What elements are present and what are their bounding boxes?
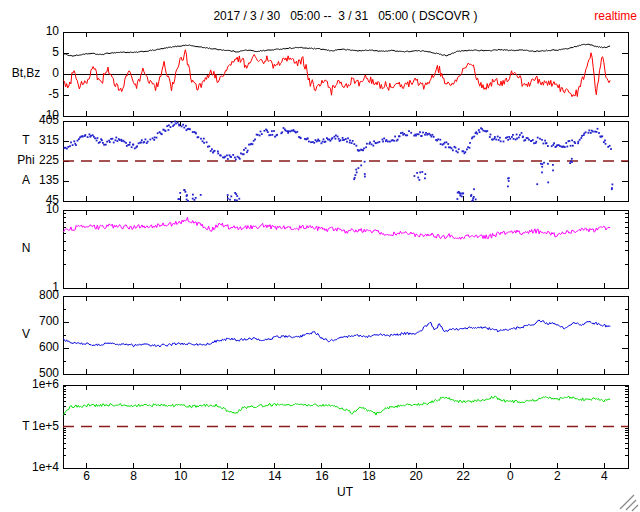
x-tick-label: 20 [403, 470, 429, 483]
x-tick-label: 22 [450, 470, 476, 483]
x-tick-label: 0 [497, 470, 523, 483]
panel-border [63, 296, 628, 374]
x-axis-label: UT [295, 486, 395, 499]
solar-wind-plot [0, 0, 640, 512]
y-tick-label: 405 [19, 114, 59, 127]
x-tick-label: 2 [544, 470, 570, 483]
panel-border [63, 210, 628, 288]
x-tick-label: 16 [309, 470, 335, 483]
panel-label-t: T [0, 420, 52, 433]
panel-label-t: T [0, 134, 52, 147]
bt-series [64, 44, 611, 56]
panel-label-v: V [0, 328, 52, 341]
y-tick-label: 1e+4 [19, 461, 59, 474]
x-tick-label: 6 [74, 470, 100, 483]
y-tick-label: 1e+6 [19, 378, 59, 391]
bz-series [64, 50, 611, 97]
x-tick-label: 12 [215, 470, 241, 483]
panel-border [63, 121, 628, 201]
y-tick-label: 10 [19, 203, 59, 216]
panel-label-phi: Phi [0, 154, 52, 167]
n-series [64, 217, 611, 239]
v-series [64, 320, 611, 347]
x-tick-label: 18 [356, 470, 382, 483]
y-tick-label: -5 [19, 88, 59, 101]
x-tick-label: 14 [262, 470, 288, 483]
y-tick-label: 600 [19, 341, 59, 354]
t-series [64, 396, 611, 415]
x-tick-label: 4 [591, 470, 617, 483]
panel-label-n: N [0, 242, 52, 255]
solar-wind-monitor-window: 2017 / 3 / 30 05:00 -- 3 / 31 05:00 ( DS… [0, 0, 640, 512]
x-tick-label: 10 [168, 470, 194, 483]
x-tick-label: 8 [121, 470, 147, 483]
panel-label-btbz: Bt,Bz [0, 67, 52, 80]
y-tick-label: 5 [19, 46, 59, 59]
panel-label-a: A [0, 174, 52, 187]
y-tick-label: 800 [19, 289, 59, 302]
y-tick-label: 10 [19, 25, 59, 38]
